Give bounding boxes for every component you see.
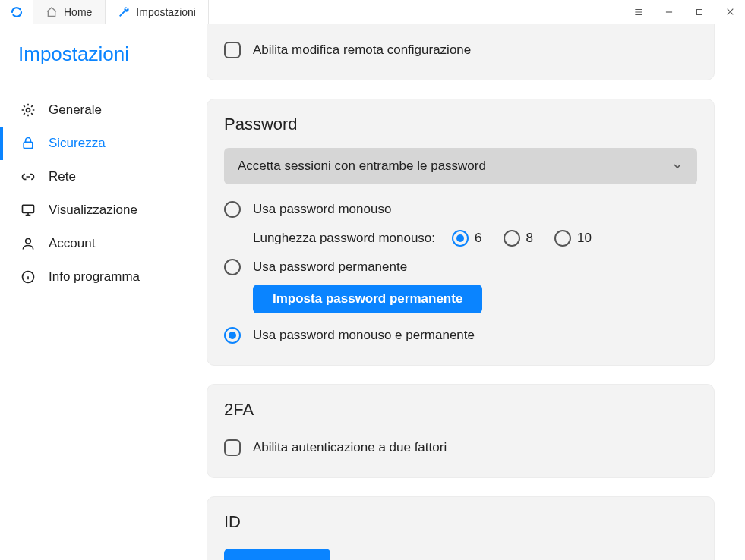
radio-label: Usa password permanente bbox=[253, 260, 407, 275]
onetime-length-row: Lunghezza password monouso: 6 8 10 bbox=[224, 224, 697, 253]
title-bar: Home Impostazioni bbox=[0, 0, 745, 24]
app-logo bbox=[0, 0, 33, 24]
password-policy-dropdown[interactable]: Accetta sessioni con entrambe le passwor… bbox=[224, 148, 697, 184]
length-value: 8 bbox=[526, 231, 533, 246]
panel-password: Password Accetta sessioni con entrambe l… bbox=[207, 99, 715, 366]
sidebar-item-label: Account bbox=[49, 236, 95, 251]
svg-rect-0 bbox=[697, 9, 702, 14]
minimize-button[interactable] bbox=[654, 0, 684, 24]
tab-settings[interactable]: Impostazioni bbox=[105, 0, 209, 24]
radio-icon bbox=[554, 230, 571, 247]
id-action-button[interactable] bbox=[224, 549, 330, 560]
panel-title: Password bbox=[224, 115, 697, 134]
radio-icon bbox=[504, 230, 520, 247]
radio-permanent[interactable]: Usa password permanente bbox=[224, 253, 697, 282]
checkbox-label: Abilita modifica remota configurazione bbox=[253, 42, 471, 58]
panel-permissions: Abilita modifica remota configurazione bbox=[207, 24, 715, 80]
set-permanent-password-button[interactable]: Imposta password permanente bbox=[253, 285, 482, 313]
dropdown-value: Accetta sessioni con entrambe le passwor… bbox=[238, 159, 486, 174]
content-area: Abilita modifica remota configurazione P… bbox=[191, 24, 745, 560]
svg-point-4 bbox=[26, 238, 31, 244]
radio-onetime[interactable]: Usa password monouso bbox=[224, 195, 697, 224]
checkbox-label: Abilita autenticazione a due fattori bbox=[253, 440, 447, 455]
lock-icon bbox=[20, 136, 36, 151]
wrench-icon bbox=[118, 6, 130, 18]
chevron-down-icon bbox=[671, 160, 683, 172]
link-icon bbox=[20, 169, 36, 184]
checkbox-enable-2fa[interactable]: Abilita autenticazione a due fattori bbox=[224, 433, 697, 462]
maximize-button[interactable] bbox=[684, 0, 715, 24]
page-title: Impostazioni bbox=[0, 38, 191, 93]
tab-settings-label: Impostazioni bbox=[136, 6, 196, 18]
sidebar-item-label: Generale bbox=[49, 102, 102, 118]
sidebar-item-general[interactable]: Generale bbox=[0, 93, 191, 127]
length-option-10[interactable]: 10 bbox=[554, 230, 592, 247]
radio-icon bbox=[452, 230, 469, 247]
checkbox-icon bbox=[224, 42, 241, 58]
panel-title: 2FA bbox=[224, 400, 697, 420]
svg-point-1 bbox=[27, 109, 30, 112]
sidebar-item-security[interactable]: Sicurezza bbox=[0, 127, 191, 160]
panel-2fa: 2FA Abilita autenticazione a due fattori bbox=[207, 384, 715, 478]
panel-id: ID bbox=[207, 496, 715, 560]
panel-title: ID bbox=[224, 512, 697, 532]
close-button[interactable] bbox=[715, 0, 745, 24]
sidebar-item-label: Sicurezza bbox=[49, 136, 106, 151]
sidebar: Impostazioni Generale Sicurezza Rete Vis… bbox=[0, 24, 191, 560]
length-option-8[interactable]: 8 bbox=[504, 230, 533, 247]
radio-icon bbox=[224, 259, 241, 275]
length-label: Lunghezza password monouso: bbox=[253, 231, 435, 246]
sidebar-item-label: Rete bbox=[49, 169, 76, 184]
svg-rect-2 bbox=[24, 142, 33, 148]
radio-both[interactable]: Usa password monouso e permanente bbox=[224, 321, 697, 350]
radio-label: Usa password monouso e permanente bbox=[253, 328, 475, 343]
sidebar-item-network[interactable]: Rete bbox=[0, 160, 191, 193]
length-value: 10 bbox=[577, 231, 592, 246]
checkbox-remote-config[interactable]: Abilita modifica remota configurazione bbox=[224, 36, 697, 64]
sidebar-item-about[interactable]: Info programma bbox=[0, 260, 191, 294]
user-icon bbox=[20, 236, 36, 251]
sidebar-item-label: Visualizzazione bbox=[49, 203, 137, 218]
radio-icon bbox=[224, 201, 241, 218]
radio-icon bbox=[224, 327, 241, 344]
gear-icon bbox=[20, 102, 36, 118]
monitor-icon bbox=[20, 203, 36, 218]
info-icon bbox=[20, 269, 36, 285]
menu-button[interactable] bbox=[623, 0, 654, 24]
tab-home[interactable]: Home bbox=[33, 0, 105, 24]
radio-label: Usa password monouso bbox=[253, 202, 391, 217]
home-icon bbox=[46, 6, 58, 18]
checkbox-icon bbox=[224, 439, 241, 456]
sidebar-item-display[interactable]: Visualizzazione bbox=[0, 193, 191, 227]
length-value: 6 bbox=[475, 231, 481, 246]
length-option-6[interactable]: 6 bbox=[452, 230, 481, 247]
tab-home-label: Home bbox=[64, 6, 92, 18]
sidebar-item-account[interactable]: Account bbox=[0, 227, 191, 260]
svg-rect-3 bbox=[23, 205, 34, 212]
sidebar-item-label: Info programma bbox=[49, 269, 140, 285]
